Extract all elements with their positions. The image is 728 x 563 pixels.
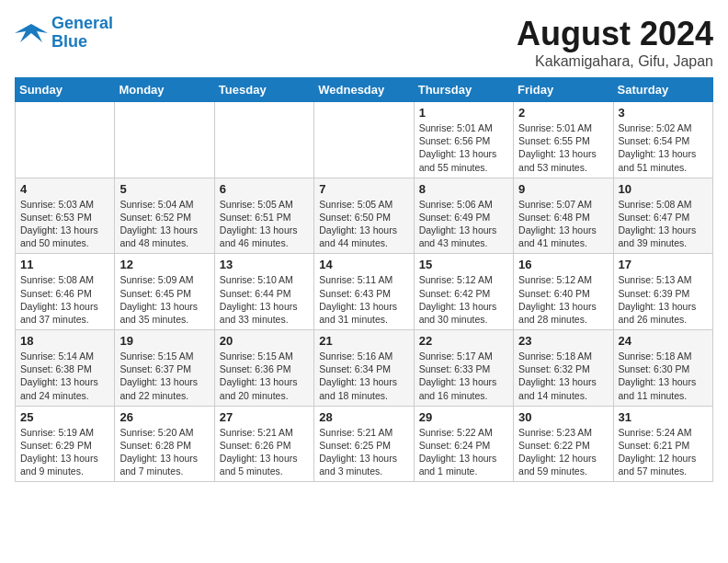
calendar-cell: 31Sunrise: 5:24 AM Sunset: 6:21 PM Dayli… bbox=[613, 406, 712, 482]
calendar-cell: 23Sunrise: 5:18 AM Sunset: 6:32 PM Dayli… bbox=[514, 330, 613, 407]
logo-line2: Blue bbox=[51, 32, 87, 51]
calendar-week-row: 18Sunrise: 5:14 AM Sunset: 6:38 PM Dayli… bbox=[16, 330, 713, 407]
calendar-week-row: 4Sunrise: 5:03 AM Sunset: 6:53 PM Daylig… bbox=[16, 178, 713, 254]
day-info: Sunrise: 5:03 AM Sunset: 6:53 PM Dayligh… bbox=[20, 198, 109, 250]
day-info: Sunrise: 5:05 AM Sunset: 6:50 PM Dayligh… bbox=[319, 198, 408, 250]
day-number: 4 bbox=[20, 182, 109, 196]
month-title: August 2024 bbox=[517, 15, 713, 53]
day-number: 5 bbox=[119, 182, 209, 196]
day-number: 1 bbox=[419, 106, 508, 120]
day-number: 17 bbox=[619, 258, 708, 271]
calendar-cell: 30Sunrise: 5:23 AM Sunset: 6:22 PM Dayli… bbox=[514, 406, 613, 482]
day-info: Sunrise: 5:12 AM Sunset: 6:42 PM Dayligh… bbox=[419, 273, 508, 326]
calendar-cell: 8Sunrise: 5:06 AM Sunset: 6:49 PM Daylig… bbox=[414, 178, 513, 254]
day-number: 24 bbox=[619, 334, 708, 348]
day-number: 23 bbox=[518, 334, 608, 348]
logo: General Blue bbox=[15, 15, 113, 52]
calendar-cell: 6Sunrise: 5:05 AM Sunset: 6:51 PM Daylig… bbox=[214, 178, 313, 254]
day-info: Sunrise: 5:23 AM Sunset: 6:22 PM Dayligh… bbox=[518, 426, 608, 478]
weekday-header-thursday: Thursday bbox=[414, 78, 513, 102]
page-header: General Blue August 2024 Kakamigahara, G… bbox=[15, 15, 713, 70]
calendar-cell: 24Sunrise: 5:18 AM Sunset: 6:30 PM Dayli… bbox=[613, 330, 712, 407]
day-number: 11 bbox=[20, 258, 109, 271]
calendar-cell bbox=[314, 102, 414, 178]
calendar-cell: 2Sunrise: 5:01 AM Sunset: 6:55 PM Daylig… bbox=[514, 102, 613, 178]
day-number: 28 bbox=[319, 410, 408, 424]
day-number: 8 bbox=[419, 182, 508, 196]
calendar-cell: 9Sunrise: 5:07 AM Sunset: 6:48 PM Daylig… bbox=[514, 178, 613, 254]
calendar-cell bbox=[115, 102, 214, 178]
day-info: Sunrise: 5:15 AM Sunset: 6:36 PM Dayligh… bbox=[220, 350, 309, 402]
weekday-header-saturday: Saturday bbox=[613, 78, 712, 102]
calendar-cell: 11Sunrise: 5:08 AM Sunset: 6:46 PM Dayli… bbox=[16, 254, 115, 330]
day-number: 25 bbox=[20, 410, 109, 424]
weekday-header-row: SundayMondayTuesdayWednesdayThursdayFrid… bbox=[16, 78, 713, 102]
calendar-cell: 29Sunrise: 5:22 AM Sunset: 6:24 PM Dayli… bbox=[414, 406, 513, 482]
day-info: Sunrise: 5:19 AM Sunset: 6:29 PM Dayligh… bbox=[20, 426, 109, 478]
day-info: Sunrise: 5:14 AM Sunset: 6:38 PM Dayligh… bbox=[20, 350, 109, 402]
logo-line1: General bbox=[51, 14, 113, 32]
day-number: 16 bbox=[518, 258, 608, 271]
day-info: Sunrise: 5:02 AM Sunset: 6:54 PM Dayligh… bbox=[619, 121, 708, 174]
calendar-cell bbox=[214, 102, 313, 178]
calendar-cell: 28Sunrise: 5:21 AM Sunset: 6:25 PM Dayli… bbox=[314, 406, 414, 482]
calendar-cell: 5Sunrise: 5:04 AM Sunset: 6:52 PM Daylig… bbox=[115, 178, 214, 254]
weekday-header-friday: Friday bbox=[514, 78, 613, 102]
calendar-week-row: 1Sunrise: 5:01 AM Sunset: 6:56 PM Daylig… bbox=[16, 102, 713, 178]
day-info: Sunrise: 5:05 AM Sunset: 6:51 PM Dayligh… bbox=[220, 198, 309, 250]
title-block: August 2024 Kakamigahara, Gifu, Japan bbox=[517, 15, 713, 70]
location-subtitle: Kakamigahara, Gifu, Japan bbox=[517, 53, 713, 70]
day-info: Sunrise: 5:10 AM Sunset: 6:44 PM Dayligh… bbox=[220, 273, 309, 326]
day-info: Sunrise: 5:20 AM Sunset: 6:28 PM Dayligh… bbox=[119, 426, 209, 478]
svg-marker-0 bbox=[15, 24, 48, 42]
day-info: Sunrise: 5:07 AM Sunset: 6:48 PM Dayligh… bbox=[518, 198, 608, 250]
calendar-table: SundayMondayTuesdayWednesdayThursdayFrid… bbox=[15, 77, 713, 482]
day-info: Sunrise: 5:09 AM Sunset: 6:45 PM Dayligh… bbox=[119, 273, 209, 326]
day-info: Sunrise: 5:24 AM Sunset: 6:21 PM Dayligh… bbox=[619, 426, 708, 478]
day-info: Sunrise: 5:08 AM Sunset: 6:46 PM Dayligh… bbox=[20, 273, 109, 326]
day-info: Sunrise: 5:21 AM Sunset: 6:25 PM Dayligh… bbox=[319, 426, 408, 478]
day-number: 15 bbox=[419, 258, 508, 271]
calendar-cell: 26Sunrise: 5:20 AM Sunset: 6:28 PM Dayli… bbox=[115, 406, 214, 482]
calendar-cell: 7Sunrise: 5:05 AM Sunset: 6:50 PM Daylig… bbox=[314, 178, 414, 254]
logo-text: General Blue bbox=[51, 15, 113, 52]
day-info: Sunrise: 5:18 AM Sunset: 6:30 PM Dayligh… bbox=[619, 350, 708, 402]
day-number: 14 bbox=[319, 258, 408, 271]
calendar-cell: 12Sunrise: 5:09 AM Sunset: 6:45 PM Dayli… bbox=[115, 254, 214, 330]
day-number: 27 bbox=[220, 410, 309, 424]
day-number: 6 bbox=[220, 182, 309, 196]
day-number: 29 bbox=[419, 410, 508, 424]
day-info: Sunrise: 5:15 AM Sunset: 6:37 PM Dayligh… bbox=[119, 350, 209, 402]
weekday-header-tuesday: Tuesday bbox=[214, 78, 313, 102]
calendar-cell: 10Sunrise: 5:08 AM Sunset: 6:47 PM Dayli… bbox=[613, 178, 712, 254]
day-info: Sunrise: 5:08 AM Sunset: 6:47 PM Dayligh… bbox=[619, 198, 708, 250]
calendar-cell: 19Sunrise: 5:15 AM Sunset: 6:37 PM Dayli… bbox=[115, 330, 214, 407]
day-info: Sunrise: 5:16 AM Sunset: 6:34 PM Dayligh… bbox=[319, 350, 408, 402]
day-number: 31 bbox=[619, 410, 708, 424]
day-info: Sunrise: 5:13 AM Sunset: 6:39 PM Dayligh… bbox=[619, 273, 708, 326]
day-info: Sunrise: 5:06 AM Sunset: 6:49 PM Dayligh… bbox=[419, 198, 508, 250]
calendar-cell bbox=[16, 102, 115, 178]
day-info: Sunrise: 5:17 AM Sunset: 6:33 PM Dayligh… bbox=[419, 350, 508, 402]
day-number: 30 bbox=[518, 410, 608, 424]
calendar-cell: 1Sunrise: 5:01 AM Sunset: 6:56 PM Daylig… bbox=[414, 102, 513, 178]
day-number: 19 bbox=[119, 334, 209, 348]
day-info: Sunrise: 5:01 AM Sunset: 6:55 PM Dayligh… bbox=[518, 121, 608, 174]
calendar-cell: 13Sunrise: 5:10 AM Sunset: 6:44 PM Dayli… bbox=[214, 254, 313, 330]
calendar-cell: 27Sunrise: 5:21 AM Sunset: 6:26 PM Dayli… bbox=[214, 406, 313, 482]
logo-icon bbox=[15, 20, 48, 46]
day-number: 13 bbox=[220, 258, 309, 271]
calendar-cell: 21Sunrise: 5:16 AM Sunset: 6:34 PM Dayli… bbox=[314, 330, 414, 407]
weekday-header-sunday: Sunday bbox=[16, 78, 115, 102]
calendar-cell: 16Sunrise: 5:12 AM Sunset: 6:40 PM Dayli… bbox=[514, 254, 613, 330]
day-info: Sunrise: 5:22 AM Sunset: 6:24 PM Dayligh… bbox=[419, 426, 508, 478]
calendar-week-row: 11Sunrise: 5:08 AM Sunset: 6:46 PM Dayli… bbox=[16, 254, 713, 330]
day-number: 26 bbox=[119, 410, 209, 424]
calendar-cell: 3Sunrise: 5:02 AM Sunset: 6:54 PM Daylig… bbox=[613, 102, 712, 178]
day-number: 10 bbox=[619, 182, 708, 196]
weekday-header-monday: Monday bbox=[115, 78, 214, 102]
day-number: 12 bbox=[119, 258, 209, 271]
day-number: 7 bbox=[319, 182, 408, 196]
day-number: 21 bbox=[319, 334, 408, 348]
day-info: Sunrise: 5:12 AM Sunset: 6:40 PM Dayligh… bbox=[518, 273, 608, 326]
